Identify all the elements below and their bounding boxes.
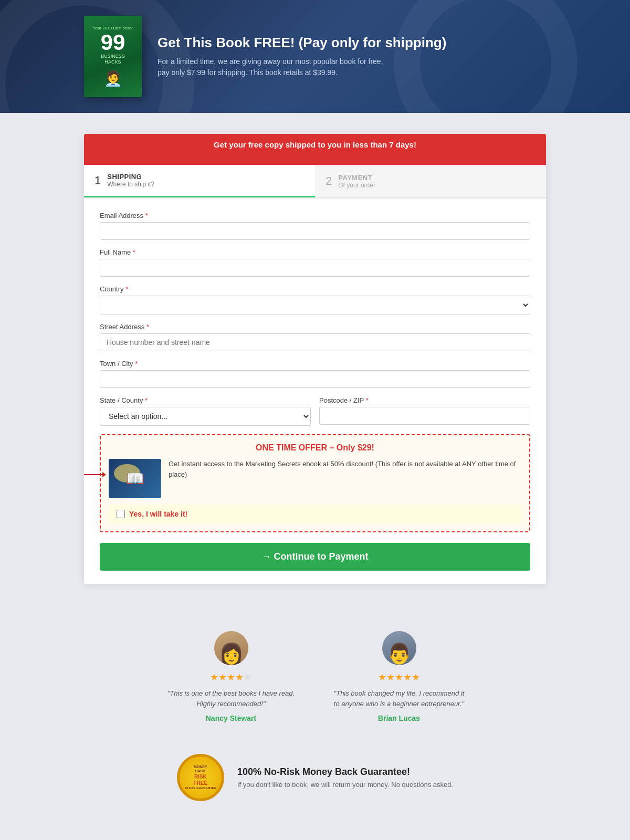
avatar-male: 👨 xyxy=(382,631,416,665)
review-card-2: 👨 ★★★★★ "This book changed my life. I re… xyxy=(331,631,467,722)
book-cover: Year 2018 Best seller 99 BUSINESSHACKS 🧑… xyxy=(84,16,142,97)
step-number-2: 2 xyxy=(326,174,332,188)
guarantee-section: MONEY BACK RISK FREE 30 DAY GUARANTEE 10… xyxy=(0,738,630,827)
oto-checkbox-row: Yes, I will take it! xyxy=(109,505,521,523)
email-label: Email Address * xyxy=(100,212,530,219)
main-content: Get your free copy shipped to you in les… xyxy=(0,113,630,605)
review-text-2: "This book changed my life. I recommend … xyxy=(331,688,467,709)
book-subtitle: BUSINESSHACKS xyxy=(101,54,125,65)
oto-arrow xyxy=(84,469,106,482)
avatar-icon-female: 👩 xyxy=(219,642,244,665)
steps-tabs: 1 SHIPPING Where to ship it? 2 PAYMENT O… xyxy=(84,165,546,198)
star-empty-1: ★ xyxy=(244,672,252,682)
step-tab-payment[interactable]: 2 PAYMENT Of your order xyxy=(315,165,546,197)
step-number-1: 1 xyxy=(94,174,101,187)
free-copy-banner: Get your free copy shipped to you in les… xyxy=(84,134,546,165)
oto-content: Get instant access to the Marketing Secr… xyxy=(109,459,521,498)
step-tab-shipping[interactable]: 1 SHIPPING Where to ship it? xyxy=(84,165,315,197)
svg-marker-1 xyxy=(102,472,106,477)
country-group: Country * United States United Kingdom C… xyxy=(100,285,530,314)
town-input[interactable] xyxy=(100,370,530,388)
postcode-label: Postcode / ZIP * xyxy=(319,396,530,404)
state-postcode-row: State / County * Select an option... Cal… xyxy=(100,396,530,434)
review-text-1: "This is one of the best books I have re… xyxy=(163,688,299,709)
avatar-female: 👩 xyxy=(214,631,248,665)
step-title-payment: PAYMENT xyxy=(338,174,375,182)
oto-checkbox-label[interactable]: Yes, I will take it! xyxy=(129,510,187,518)
reviewer-name-2: Brian Lucas xyxy=(331,714,467,722)
oto-title: ONE TIME OFFER – Only $29! xyxy=(109,443,521,453)
oto-description: Get instant access to the Marketing Secr… xyxy=(169,459,521,479)
guarantee-text: 100% No-Risk Money Back Guarantee! If yo… xyxy=(237,766,453,789)
guarantee-description: If you don't like to book, we will retur… xyxy=(237,781,453,789)
town-label: Town / City * xyxy=(100,360,530,368)
step-title-shipping: SHIPPING xyxy=(107,173,154,181)
state-group: State / County * Select an option... Cal… xyxy=(100,396,311,426)
stars-1: ★★★★★ xyxy=(163,671,299,683)
street-input[interactable] xyxy=(100,333,530,351)
hero-text: Get This Book FREE! (Pay only for shippi… xyxy=(158,35,446,78)
email-input[interactable] xyxy=(100,222,530,240)
reviewer-avatar-2: 👨 xyxy=(382,631,416,665)
book-person-icon: 🧑‍💼 xyxy=(104,70,122,87)
fullname-group: Full Name * xyxy=(100,248,530,277)
form-body: Email Address * Full Name * Country * Un… xyxy=(84,198,546,584)
step-sub-shipping: Where to ship it? xyxy=(107,181,154,188)
avatar-icon-male: 👨 xyxy=(387,642,412,665)
review-card-1: 👩 ★★★★★ "This is one of the best books I… xyxy=(163,631,299,722)
guarantee-badge-inner: MONEY BACK RISK FREE 30 DAY GUARANTEE xyxy=(185,765,216,790)
form-container: Get your free copy shipped to you in les… xyxy=(84,134,546,584)
one-time-offer: ONE TIME OFFER – Only $29! Get instant a… xyxy=(100,434,530,532)
step-info-payment: PAYMENT Of your order xyxy=(338,174,375,189)
country-select[interactable]: United States United Kingdom Canada Aust… xyxy=(100,296,530,314)
state-select[interactable]: Select an option... California New York … xyxy=(100,407,311,426)
guarantee-title: 100% No-Risk Money Back Guarantee! xyxy=(237,766,453,778)
postcode-input[interactable] xyxy=(319,407,530,425)
street-label: Street Address * xyxy=(100,323,530,331)
stars-2: ★★★★★ xyxy=(331,671,467,683)
state-label: State / County * xyxy=(100,396,311,404)
hero-banner: Year 2018 Best seller 99 BUSINESSHACKS 🧑… xyxy=(0,0,630,113)
oto-image-wrapper xyxy=(109,459,161,498)
hero-description: For a limited time, we are giving away o… xyxy=(158,56,388,78)
step-info-shipping: SHIPPING Where to ship it? xyxy=(107,173,154,188)
postcode-group: Postcode / ZIP * xyxy=(319,396,530,426)
guarantee-badge: MONEY BACK RISK FREE 30 DAY GUARANTEE xyxy=(177,754,224,801)
oto-book-image xyxy=(109,459,161,498)
continue-payment-button[interactable]: → Continue to Payment xyxy=(100,543,530,571)
book-number: 99 xyxy=(101,32,125,54)
step-sub-payment: Of your order xyxy=(338,182,375,189)
hero-title: Get This Book FREE! (Pay only for shippi… xyxy=(158,35,446,51)
reviewer-name-1: Nancy Stewart xyxy=(163,714,299,722)
country-label: Country * xyxy=(100,285,530,293)
email-group: Email Address * xyxy=(100,212,530,240)
fullname-label: Full Name * xyxy=(100,248,530,256)
oto-checkbox[interactable] xyxy=(117,510,125,518)
fullname-input[interactable] xyxy=(100,259,530,277)
street-group: Street Address * xyxy=(100,323,530,351)
town-group: Town / City * xyxy=(100,360,530,388)
reviews-section: 👩 ★★★★★ "This is one of the best books I… xyxy=(0,605,630,738)
reviewer-avatar-1: 👩 xyxy=(214,631,248,665)
